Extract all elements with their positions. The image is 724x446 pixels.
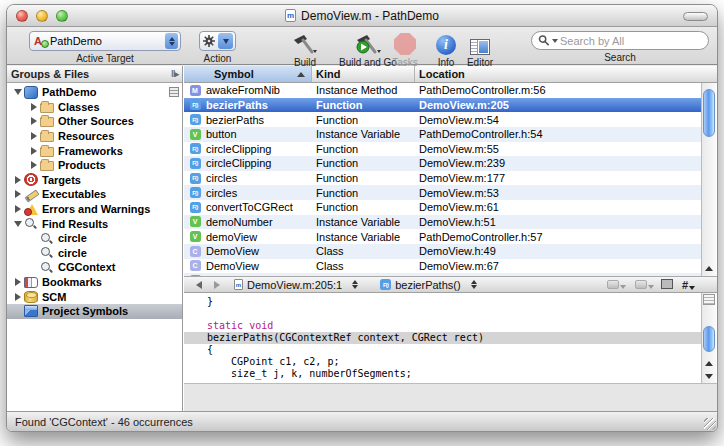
- disclosure-triangle-icon[interactable]: [13, 190, 23, 198]
- sidebar-item-other-sources[interactable]: Other Sources: [7, 114, 182, 129]
- search-field[interactable]: [531, 31, 709, 50]
- sidebar-item-find-results[interactable]: Find Results: [7, 216, 182, 231]
- editor-scrollbar-thumb[interactable]: [703, 326, 715, 352]
- column-header-kind[interactable]: Kind: [312, 66, 415, 82]
- disclosure-triangle-icon[interactable]: [13, 278, 23, 286]
- disclosure-triangle-icon[interactable]: [29, 117, 39, 125]
- table-row[interactable]: F()bezierPathsFunctionDemoView.m:205: [184, 98, 701, 113]
- table-row[interactable]: F()circleClippingFunctionDemoView.m:239: [184, 156, 701, 171]
- nav-forward-icon[interactable]: [214, 281, 220, 289]
- table-row[interactable]: VdemoViewInstance VariablePathDemoContro…: [184, 229, 701, 244]
- table-row[interactable]: F()convertToCGRectFunctionDemoView.m:61: [184, 200, 701, 215]
- table-header: Symbol Kind Location: [184, 66, 717, 83]
- table-row[interactable]: CDemoViewClassDemoView.h:49: [184, 244, 701, 259]
- sidebar-item-bookmarks[interactable]: Bookmarks: [7, 275, 182, 290]
- zoom-button[interactable]: [56, 10, 68, 22]
- counterpart-icon[interactable]: [663, 281, 673, 289]
- stop-icon: [394, 33, 416, 55]
- disclosure-triangle-icon[interactable]: [13, 89, 23, 95]
- action-button[interactable]: [199, 31, 236, 51]
- cell-symbol: circles: [206, 187, 312, 199]
- sidebar-item-project-symbols[interactable]: Project Symbols: [7, 304, 182, 319]
- disclosure-triangle-icon[interactable]: [29, 103, 39, 111]
- line-number-menu[interactable]: #: [682, 279, 695, 291]
- disclosure-triangle-icon[interactable]: [29, 161, 39, 169]
- editor-button[interactable]: Editor: [459, 31, 501, 68]
- cell-kind: Instance Method: [312, 84, 415, 96]
- sidebar-item-products[interactable]: Products: [7, 158, 182, 173]
- scroll-up-button[interactable]: [702, 262, 716, 275]
- scrollbar-thumb[interactable]: [703, 89, 715, 137]
- hash-icon: #: [682, 279, 688, 291]
- close-button[interactable]: [16, 10, 28, 22]
- cell-symbol: circleClipping: [206, 157, 312, 169]
- table-row[interactable]: VbuttonInstance VariablePathDemoControll…: [184, 127, 701, 142]
- sidebar-item-circle[interactable]: circle: [7, 246, 182, 261]
- tasks-button: Tasks: [385, 31, 425, 68]
- disclosure-triangle-icon[interactable]: [13, 205, 23, 213]
- nav-back-icon[interactable]: [196, 281, 202, 289]
- search-scope-dropdown-icon[interactable]: [552, 39, 558, 43]
- editor-scrollbar[interactable]: [701, 293, 716, 383]
- bookmark-menu-icon[interactable]: [607, 280, 626, 289]
- table-scrollbar[interactable]: [701, 83, 716, 288]
- disclosure-triangle-icon[interactable]: [13, 293, 23, 301]
- sidebar-item-cgcontext[interactable]: CGContext: [7, 260, 182, 275]
- sidebar-item-classes[interactable]: Classes: [7, 100, 182, 115]
- sidebar-item-executables[interactable]: Executables: [7, 187, 182, 202]
- editor-nav-bar: m DemoView.m:205:1 F() bezierPaths() #: [184, 276, 717, 293]
- editor-scroll-up-button[interactable]: [702, 357, 716, 370]
- sidebar-item-label: PathDemo: [42, 86, 96, 98]
- disclosure-triangle-icon[interactable]: [13, 221, 23, 227]
- hammer-icon: [292, 33, 318, 55]
- sidebar-header[interactable]: Groups & Files ‖▸: [7, 66, 182, 83]
- table-row[interactable]: VdemoNumberInstance VariableDemoView.h:5…: [184, 215, 701, 230]
- sidebar-item-circle[interactable]: circle: [7, 231, 182, 246]
- sidebar-item-targets[interactable]: Targets: [7, 173, 182, 188]
- table-row[interactable]: MawakeFromNibInstance MethodPathDemoCont…: [184, 83, 701, 98]
- table-row[interactable]: F()circlesFunctionDemoView.m:177: [184, 171, 701, 186]
- editor-scroll-down-button[interactable]: [702, 370, 716, 383]
- search-input[interactable]: [560, 35, 702, 47]
- mag-icon: [40, 246, 54, 259]
- active-target-popup[interactable]: A PathDemo: [29, 31, 181, 51]
- minimize-button[interactable]: [36, 10, 48, 22]
- cell-kind: Function: [312, 172, 415, 184]
- table-row[interactable]: F()bezierPathsFunctionDemoView.m:54: [184, 112, 701, 127]
- info-button[interactable]: i Info: [431, 31, 461, 68]
- function-popup[interactable]: bezierPaths(): [395, 279, 460, 291]
- symbol-kind-badge-icon: V: [190, 129, 201, 140]
- disclosure-triangle-icon[interactable]: [13, 176, 23, 184]
- disclosure-triangle-icon[interactable]: [29, 132, 39, 140]
- toolbar-toggle-capsule[interactable]: [683, 12, 708, 21]
- column-header-symbol[interactable]: Symbol: [184, 66, 312, 82]
- table-row[interactable]: CDemoViewClassDemoView.m:67: [184, 259, 701, 274]
- sidebar-item-label: circle: [58, 232, 87, 244]
- cell-location: PathDemoController.m:56: [415, 84, 701, 96]
- sidebar-item-frameworks[interactable]: Frameworks: [7, 143, 182, 158]
- split-collapse-icon[interactable]: ‖▸: [171, 69, 178, 79]
- column-header-location[interactable]: Location: [415, 66, 717, 82]
- cell-kind: Function: [312, 157, 415, 169]
- build-button[interactable]: Build: [283, 31, 327, 68]
- cell-symbol: bezierPaths: [206, 99, 312, 111]
- table-row[interactable]: F()circlesFunctionDemoView.m:53: [184, 185, 701, 200]
- sidebar-item-resources[interactable]: Resources: [7, 129, 182, 144]
- symbol-kind-badge-icon: M: [190, 85, 201, 96]
- function-popup-stepper-icon[interactable]: [471, 280, 477, 289]
- resize-grip[interactable]: [704, 418, 716, 430]
- file-popup[interactable]: DemoView.m:205:1: [247, 279, 342, 291]
- sidebar-item-errors-and-warnings[interactable]: Errors and Warnings: [7, 202, 182, 217]
- title-bar[interactable]: m DemoView.m - PathDemo: [7, 5, 717, 27]
- breakpoint-menu-icon[interactable]: [635, 280, 654, 289]
- project-icon: [24, 86, 38, 99]
- table-row[interactable]: F()circleClippingFunctionDemoView.m:55: [184, 142, 701, 157]
- split-editor-handle-icon[interactable]: [703, 294, 715, 305]
- code-line: [184, 308, 701, 320]
- code-editor[interactable]: }static voidbezierPaths(CGContextRef con…: [184, 293, 701, 383]
- disclosure-triangle-icon[interactable]: [29, 147, 39, 155]
- sidebar-item-pathdemo[interactable]: PathDemo: [7, 85, 182, 100]
- folder-icon: [40, 161, 54, 171]
- sidebar-item-scm[interactable]: SCM: [7, 289, 182, 304]
- file-popup-stepper-icon[interactable]: [352, 280, 358, 289]
